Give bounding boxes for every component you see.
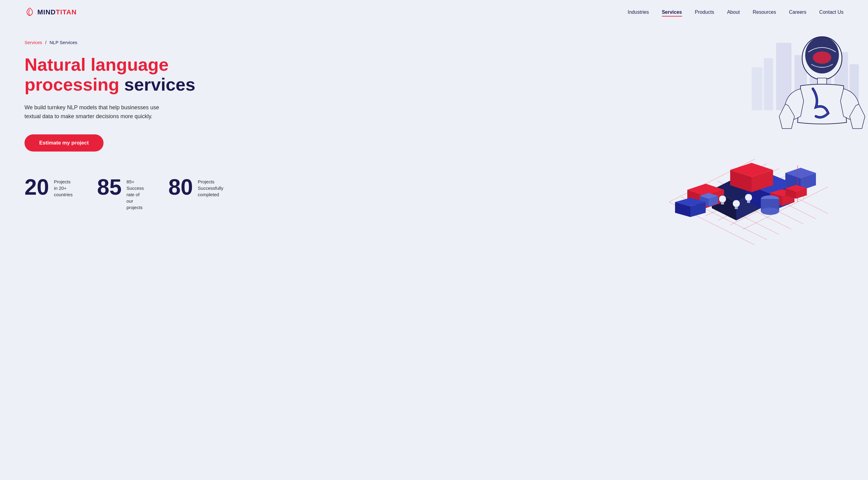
nav-links: Industries Services Products About Resou…: [627, 9, 843, 15]
nav-item-industries[interactable]: Industries: [627, 9, 649, 15]
stat-number-3: 80: [168, 176, 193, 198]
hero-section: Services / NLP Services Natural language…: [0, 25, 868, 480]
stat-number-1: 20: [25, 176, 49, 198]
svg-rect-51: [721, 202, 724, 204]
svg-point-58: [747, 196, 750, 199]
nav-link-products[interactable]: Products: [695, 9, 714, 16]
nav-link-resources[interactable]: Resources: [752, 9, 776, 16]
stat-label-2: 85+ Success rate of our projects: [126, 176, 144, 211]
stat-item-1: 20 Projects in 20+ countries: [25, 176, 72, 211]
logo[interactable]: MINDTITAN: [25, 7, 76, 18]
nav-item-contact[interactable]: Contact Us: [819, 9, 843, 15]
stat-item-3: 80 Projects Successfully completed: [168, 176, 223, 211]
svg-rect-57: [747, 200, 750, 203]
nav-link-careers[interactable]: Careers: [789, 9, 806, 16]
hero-content: Services / NLP Services Natural language…: [25, 37, 196, 229]
svg-point-55: [735, 202, 738, 205]
nav-item-careers[interactable]: Careers: [789, 9, 806, 15]
nav-link-industries[interactable]: Industries: [627, 9, 649, 16]
nav-item-products[interactable]: Products: [695, 9, 714, 15]
nav-link-services[interactable]: Services: [662, 9, 682, 17]
logo-icon: [25, 7, 35, 18]
nav-item-services[interactable]: Services: [662, 9, 682, 15]
breadcrumb-current: NLP Services: [50, 40, 78, 45]
hero-description: We build turnkey NLP models that help bu…: [25, 103, 172, 121]
stat-label-1: Projects in 20+ countries: [54, 176, 72, 198]
nav-item-resources[interactable]: Resources: [752, 9, 776, 15]
stat-label-3: Projects Successfully completed: [198, 176, 223, 198]
svg-point-10: [813, 52, 831, 64]
svg-rect-7: [752, 67, 762, 110]
breadcrumb-parent[interactable]: Services: [25, 40, 42, 45]
hero-illustration: [638, 25, 868, 245]
nav-link-about[interactable]: About: [727, 9, 740, 16]
breadcrumb: Services / NLP Services: [25, 40, 196, 45]
svg-point-49: [761, 207, 779, 215]
breadcrumb-separator: /: [45, 40, 46, 45]
nav-link-contact[interactable]: Contact Us: [819, 9, 843, 16]
logo-text: MINDTITAN: [37, 8, 76, 16]
stat-item-2: 85 85+ Success rate of our projects: [97, 176, 144, 211]
svg-rect-6: [764, 58, 773, 110]
nav-item-about[interactable]: About: [727, 9, 740, 15]
navbar: MINDTITAN Industries Services Products A…: [0, 0, 868, 25]
stats-section: 20 Projects in 20+ countries 85 85+ Succ…: [25, 176, 196, 229]
nlp-illustration: [638, 25, 868, 245]
svg-rect-54: [735, 206, 738, 209]
estimate-button[interactable]: Estimate my project: [25, 134, 103, 152]
hero-title: Natural language processing services: [25, 55, 196, 95]
stat-number-2: 85: [97, 176, 122, 198]
svg-point-52: [721, 197, 724, 200]
